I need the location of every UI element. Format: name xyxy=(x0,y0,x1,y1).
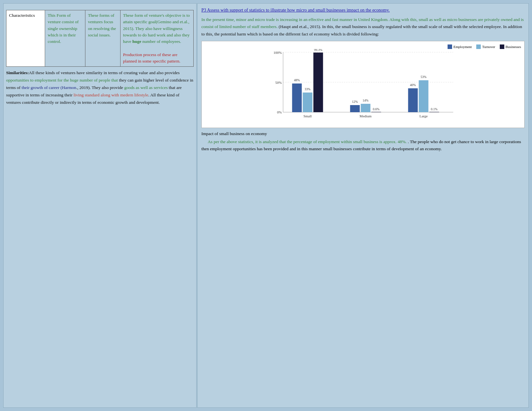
bar-large-employment-label: 40% xyxy=(410,83,416,87)
group-label-large: Large xyxy=(420,114,428,118)
impact-title: Impact of small business on economy xyxy=(201,131,525,136)
group-label-small: Small xyxy=(304,114,312,118)
bar-small-turnover xyxy=(303,93,313,112)
similarities-text1: All these kinds of ventures have similar… xyxy=(29,70,180,75)
legend-employment-label: Employment xyxy=(453,45,472,49)
chart-title-area: Employment Turnover Businesses xyxy=(205,44,521,49)
right-panel: P3 Assess with support of statistics to … xyxy=(197,3,529,408)
group-label-medium: Medium xyxy=(360,114,372,118)
bar-medium-businesses xyxy=(372,112,381,112)
left-panel: Characteristics This Form of venture con… xyxy=(3,3,197,408)
bar-small-turnover-label: 33% xyxy=(305,87,310,91)
legend-employment-box xyxy=(448,44,452,49)
legend-turnover-label: Turnover xyxy=(482,45,495,49)
legend-turnover-box xyxy=(476,44,481,49)
bar-large-turnover xyxy=(419,80,429,112)
chart-legend: Employment Turnover Businesses xyxy=(448,44,521,49)
similarities-text3: ., 2019). They also provide xyxy=(76,85,124,90)
bar-large-businesses xyxy=(430,112,439,112)
bar-small-employment-label: 48% xyxy=(294,78,300,82)
table-cell-col4: These form of venture's objective is to … xyxy=(120,10,193,67)
table-cell-characteristics: Characteristics xyxy=(6,10,45,67)
bar-large-employment xyxy=(408,88,418,112)
impact-body-green: As per the above statistics, it is analy… xyxy=(208,139,408,144)
similarities-green1: opportunities to employment for the huge… xyxy=(6,78,118,83)
legend-turnover: Turnover xyxy=(476,44,495,49)
p3-heading: P3 Assess with support of statistics to … xyxy=(201,7,525,14)
chart-container: Employment Turnover Businesses 100% 50% xyxy=(201,41,525,128)
similarities-green2: goods as well as services xyxy=(124,85,168,90)
legend-businesses-box xyxy=(500,44,504,49)
bar-large-businesses-label: 0.1% xyxy=(431,107,438,111)
bar-large-turnover-label: 53% xyxy=(421,75,426,79)
bar-medium-employment-label: 12% xyxy=(352,100,358,103)
y-label-50: 50% xyxy=(275,81,282,84)
bar-chart-svg: 100% 50% 0% 48% 33% 99.3% Small xyxy=(205,49,521,123)
legend-employment: Employment xyxy=(448,44,472,49)
bar-small-businesses xyxy=(314,53,323,112)
table-cell-col2: This Form of venture consist of single o… xyxy=(45,10,85,67)
similarities-red2: along with medern lifestyle xyxy=(101,93,148,97)
legend-businesses: Businesses xyxy=(500,44,521,49)
impact-body: As per the above statistics, it is analy… xyxy=(201,138,525,153)
p3-body: In the present time, minor and micro tra… xyxy=(201,16,525,38)
bar-small-businesses-label: 99.3% xyxy=(314,49,323,52)
similarities-red1: living standard xyxy=(73,93,100,97)
bar-medium-employment xyxy=(350,105,360,112)
characteristics-table: Characteristics This Form of venture con… xyxy=(6,10,194,67)
y-label-100: 100% xyxy=(274,51,282,54)
table-cell-col3: These forms of ventures focus on resolvi… xyxy=(85,10,121,67)
similarities-blue1: their growth of career (Harmon xyxy=(22,85,76,90)
legend-businesses-label: Businesses xyxy=(506,45,521,49)
bar-medium-turnover-label: 14% xyxy=(363,99,368,102)
y-label-0: 0% xyxy=(277,110,282,114)
bar-small-employment xyxy=(292,83,302,112)
bar-medium-turnover xyxy=(361,104,371,112)
bar-medium-businesses-label: 0.6% xyxy=(373,107,380,111)
similarities-section: Similarities:All these kinds of ventures… xyxy=(6,69,194,106)
similarities-label: Similarities: xyxy=(6,70,29,75)
